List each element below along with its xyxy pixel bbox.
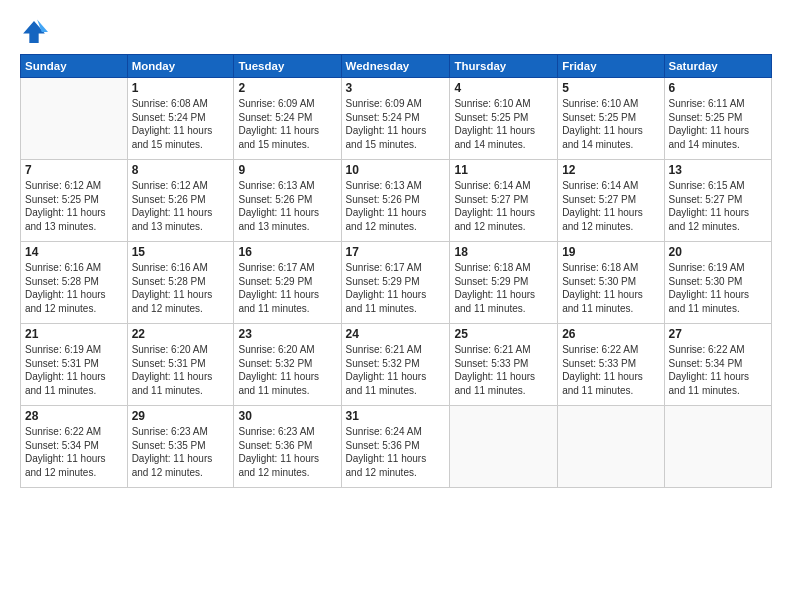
calendar-week-3: 14Sunrise: 6:16 AMSunset: 5:28 PMDayligh… (21, 242, 772, 324)
day-number: 19 (562, 245, 659, 259)
day-number: 26 (562, 327, 659, 341)
day-info: Sunrise: 6:20 AMSunset: 5:32 PMDaylight:… (238, 343, 336, 397)
day-info: Sunrise: 6:22 AMSunset: 5:34 PMDaylight:… (669, 343, 767, 397)
day-number: 30 (238, 409, 336, 423)
day-number: 16 (238, 245, 336, 259)
day-info: Sunrise: 6:14 AMSunset: 5:27 PMDaylight:… (454, 179, 553, 233)
calendar-cell: 18Sunrise: 6:18 AMSunset: 5:29 PMDayligh… (450, 242, 558, 324)
day-number: 8 (132, 163, 230, 177)
calendar-cell: 29Sunrise: 6:23 AMSunset: 5:35 PMDayligh… (127, 406, 234, 488)
calendar-cell: 6Sunrise: 6:11 AMSunset: 5:25 PMDaylight… (664, 78, 771, 160)
logo-icon (20, 18, 48, 46)
day-number: 25 (454, 327, 553, 341)
calendar-header-tuesday: Tuesday (234, 55, 341, 78)
calendar-cell: 3Sunrise: 6:09 AMSunset: 5:24 PMDaylight… (341, 78, 450, 160)
day-number: 23 (238, 327, 336, 341)
day-number: 31 (346, 409, 446, 423)
calendar-cell: 13Sunrise: 6:15 AMSunset: 5:27 PMDayligh… (664, 160, 771, 242)
calendar-cell: 27Sunrise: 6:22 AMSunset: 5:34 PMDayligh… (664, 324, 771, 406)
calendar-cell: 14Sunrise: 6:16 AMSunset: 5:28 PMDayligh… (21, 242, 128, 324)
day-number: 27 (669, 327, 767, 341)
day-info: Sunrise: 6:21 AMSunset: 5:33 PMDaylight:… (454, 343, 553, 397)
day-number: 22 (132, 327, 230, 341)
day-info: Sunrise: 6:09 AMSunset: 5:24 PMDaylight:… (346, 97, 446, 151)
calendar-cell: 31Sunrise: 6:24 AMSunset: 5:36 PMDayligh… (341, 406, 450, 488)
day-number: 7 (25, 163, 123, 177)
day-number: 4 (454, 81, 553, 95)
calendar-cell: 17Sunrise: 6:17 AMSunset: 5:29 PMDayligh… (341, 242, 450, 324)
day-info: Sunrise: 6:12 AMSunset: 5:25 PMDaylight:… (25, 179, 123, 233)
calendar-cell: 16Sunrise: 6:17 AMSunset: 5:29 PMDayligh… (234, 242, 341, 324)
day-number: 9 (238, 163, 336, 177)
calendar-cell: 15Sunrise: 6:16 AMSunset: 5:28 PMDayligh… (127, 242, 234, 324)
day-number: 6 (669, 81, 767, 95)
day-number: 3 (346, 81, 446, 95)
day-info: Sunrise: 6:17 AMSunset: 5:29 PMDaylight:… (346, 261, 446, 315)
calendar-cell: 25Sunrise: 6:21 AMSunset: 5:33 PMDayligh… (450, 324, 558, 406)
day-info: Sunrise: 6:09 AMSunset: 5:24 PMDaylight:… (238, 97, 336, 151)
svg-marker-0 (23, 21, 45, 43)
day-info: Sunrise: 6:24 AMSunset: 5:36 PMDaylight:… (346, 425, 446, 479)
calendar-cell: 19Sunrise: 6:18 AMSunset: 5:30 PMDayligh… (558, 242, 664, 324)
page: SundayMondayTuesdayWednesdayThursdayFrid… (0, 0, 792, 612)
day-info: Sunrise: 6:20 AMSunset: 5:31 PMDaylight:… (132, 343, 230, 397)
calendar-cell: 20Sunrise: 6:19 AMSunset: 5:30 PMDayligh… (664, 242, 771, 324)
day-info: Sunrise: 6:19 AMSunset: 5:30 PMDaylight:… (669, 261, 767, 315)
calendar-cell (21, 78, 128, 160)
day-info: Sunrise: 6:18 AMSunset: 5:29 PMDaylight:… (454, 261, 553, 315)
calendar-cell: 8Sunrise: 6:12 AMSunset: 5:26 PMDaylight… (127, 160, 234, 242)
day-number: 17 (346, 245, 446, 259)
day-info: Sunrise: 6:23 AMSunset: 5:35 PMDaylight:… (132, 425, 230, 479)
day-info: Sunrise: 6:10 AMSunset: 5:25 PMDaylight:… (454, 97, 553, 151)
calendar-cell: 10Sunrise: 6:13 AMSunset: 5:26 PMDayligh… (341, 160, 450, 242)
calendar-cell (664, 406, 771, 488)
calendar-cell (558, 406, 664, 488)
day-number: 29 (132, 409, 230, 423)
day-number: 28 (25, 409, 123, 423)
calendar-header-sunday: Sunday (21, 55, 128, 78)
day-number: 14 (25, 245, 123, 259)
calendar-header-wednesday: Wednesday (341, 55, 450, 78)
calendar-cell (450, 406, 558, 488)
day-info: Sunrise: 6:13 AMSunset: 5:26 PMDaylight:… (346, 179, 446, 233)
day-number: 11 (454, 163, 553, 177)
day-number: 12 (562, 163, 659, 177)
calendar: SundayMondayTuesdayWednesdayThursdayFrid… (20, 54, 772, 488)
day-number: 15 (132, 245, 230, 259)
calendar-cell: 30Sunrise: 6:23 AMSunset: 5:36 PMDayligh… (234, 406, 341, 488)
calendar-week-2: 7Sunrise: 6:12 AMSunset: 5:25 PMDaylight… (21, 160, 772, 242)
day-number: 10 (346, 163, 446, 177)
day-info: Sunrise: 6:11 AMSunset: 5:25 PMDaylight:… (669, 97, 767, 151)
day-number: 20 (669, 245, 767, 259)
calendar-cell: 12Sunrise: 6:14 AMSunset: 5:27 PMDayligh… (558, 160, 664, 242)
day-number: 24 (346, 327, 446, 341)
calendar-cell: 1Sunrise: 6:08 AMSunset: 5:24 PMDaylight… (127, 78, 234, 160)
day-number: 13 (669, 163, 767, 177)
day-info: Sunrise: 6:14 AMSunset: 5:27 PMDaylight:… (562, 179, 659, 233)
logo (20, 18, 52, 46)
day-info: Sunrise: 6:08 AMSunset: 5:24 PMDaylight:… (132, 97, 230, 151)
day-info: Sunrise: 6:22 AMSunset: 5:34 PMDaylight:… (25, 425, 123, 479)
day-info: Sunrise: 6:17 AMSunset: 5:29 PMDaylight:… (238, 261, 336, 315)
calendar-cell: 5Sunrise: 6:10 AMSunset: 5:25 PMDaylight… (558, 78, 664, 160)
calendar-cell: 21Sunrise: 6:19 AMSunset: 5:31 PMDayligh… (21, 324, 128, 406)
day-info: Sunrise: 6:19 AMSunset: 5:31 PMDaylight:… (25, 343, 123, 397)
day-info: Sunrise: 6:23 AMSunset: 5:36 PMDaylight:… (238, 425, 336, 479)
day-info: Sunrise: 6:18 AMSunset: 5:30 PMDaylight:… (562, 261, 659, 315)
day-number: 2 (238, 81, 336, 95)
calendar-header-friday: Friday (558, 55, 664, 78)
calendar-cell: 2Sunrise: 6:09 AMSunset: 5:24 PMDaylight… (234, 78, 341, 160)
day-number: 18 (454, 245, 553, 259)
calendar-cell: 7Sunrise: 6:12 AMSunset: 5:25 PMDaylight… (21, 160, 128, 242)
day-info: Sunrise: 6:16 AMSunset: 5:28 PMDaylight:… (132, 261, 230, 315)
day-info: Sunrise: 6:16 AMSunset: 5:28 PMDaylight:… (25, 261, 123, 315)
calendar-week-4: 21Sunrise: 6:19 AMSunset: 5:31 PMDayligh… (21, 324, 772, 406)
calendar-cell: 11Sunrise: 6:14 AMSunset: 5:27 PMDayligh… (450, 160, 558, 242)
day-info: Sunrise: 6:10 AMSunset: 5:25 PMDaylight:… (562, 97, 659, 151)
calendar-cell: 23Sunrise: 6:20 AMSunset: 5:32 PMDayligh… (234, 324, 341, 406)
day-number: 21 (25, 327, 123, 341)
day-info: Sunrise: 6:13 AMSunset: 5:26 PMDaylight:… (238, 179, 336, 233)
calendar-cell: 24Sunrise: 6:21 AMSunset: 5:32 PMDayligh… (341, 324, 450, 406)
header (20, 18, 772, 46)
day-info: Sunrise: 6:21 AMSunset: 5:32 PMDaylight:… (346, 343, 446, 397)
